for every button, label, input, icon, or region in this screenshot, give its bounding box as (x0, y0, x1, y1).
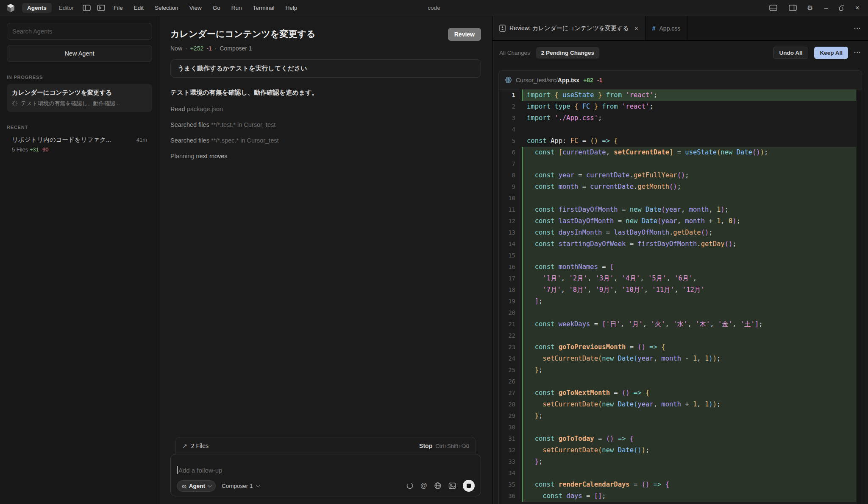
stop-generation-button[interactable] (463, 480, 475, 492)
minimize-button[interactable]: – (821, 4, 831, 12)
tabbar-more-icon[interactable]: ··· (854, 25, 861, 32)
code-line-10[interactable]: 10 (499, 193, 856, 204)
code-line-2[interactable]: 2import type { FC } from 'react'; (499, 101, 856, 112)
new-agent-button[interactable]: New Agent (7, 45, 152, 62)
preview-panel-icon[interactable] (95, 3, 106, 13)
menu-selection[interactable]: Selection (151, 3, 182, 13)
code-line-5[interactable]: 5const App: FC = () => { (499, 135, 856, 147)
user-message[interactable]: うまく動作するかテストを実行してください (170, 59, 481, 78)
code-line-12[interactable]: 12 const lastDayOfMonth = new Date(year,… (499, 216, 856, 227)
code-line-36[interactable]: 36 const days = []; (499, 490, 856, 502)
tab-appcss[interactable]: # App.css (645, 16, 688, 40)
gear-icon[interactable]: ⚙ (807, 4, 813, 12)
undo-all-button[interactable]: Undo All (773, 47, 808, 59)
code-text: const renderCalendarDays = () => { (523, 479, 856, 490)
code-line-34[interactable]: 34 (499, 468, 856, 479)
stop-control[interactable]: StopCtrl+Shift+⌫ (419, 442, 469, 450)
active-task-item[interactable]: カレンダーにコンテンツを変更する テスト環境の有無を確認し、動作確認... (7, 84, 152, 112)
code-line-22[interactable]: 22 (499, 330, 856, 342)
pending-changes-filter[interactable]: 2 Pending Changes (536, 47, 599, 59)
search-agents-input[interactable] (12, 28, 147, 35)
tool-call-search-spec[interactable]: Searched files **/*.spec.* in Cursor_tes… (170, 137, 481, 144)
line-number: 20 (499, 307, 522, 319)
menu-go[interactable]: Go (209, 3, 224, 13)
code-line-20[interactable]: 20 (499, 307, 856, 319)
code-line-35[interactable]: 35 const renderCalendarDays = () => { (499, 479, 856, 490)
code-line-9[interactable]: 9 const month = currentDate.getMonth(); (499, 181, 856, 193)
code-text: const App: FC = () => { (523, 135, 856, 147)
code-line-21[interactable]: 21 const weekDays = ['日', '月', '火', '水',… (499, 319, 856, 330)
chevron-down-icon (208, 483, 212, 487)
code-text (523, 422, 856, 433)
tab-agents[interactable]: Agents (22, 3, 52, 13)
code-line-18[interactable]: 18 '7月', '8月', '9月', '10月', '11月', '12月' (499, 284, 856, 296)
tool-call-read[interactable]: Read package.json (170, 106, 481, 112)
editor-scrollbar[interactable] (856, 90, 862, 504)
code-line-7[interactable]: 7 (499, 158, 856, 170)
line-number: 27 (499, 387, 522, 399)
panel-bottom-icon[interactable] (768, 3, 779, 13)
composer-input-box[interactable]: Add a follow-up ∞ Agent Composer 1 (170, 454, 481, 496)
files-count-label: 2 Files (191, 442, 209, 449)
line-number: 6 (499, 147, 522, 158)
all-changes-filter[interactable]: All Changes (499, 50, 530, 56)
model-dropdown[interactable]: Composer 1 (222, 483, 259, 489)
code-line-19[interactable]: 19 ]; (499, 296, 856, 307)
code-line-26[interactable]: 26 (499, 376, 856, 387)
code-line-32[interactable]: 32 setCurrentDate(new Date()); (499, 445, 856, 456)
code-line-16[interactable]: 16 const monthNames = [ (499, 261, 856, 273)
image-icon[interactable] (448, 482, 456, 490)
code-text: '7月', '8月', '9月', '10月', '11月', '12月' (523, 284, 856, 296)
close-button[interactable]: × (853, 4, 862, 12)
code-line-29[interactable]: 29 }; (499, 410, 856, 422)
tab-review[interactable]: Review: カレンダーにコンテンツを変更する × (492, 16, 645, 40)
tab-editor[interactable]: Editor (55, 3, 78, 13)
restore-button[interactable] (839, 6, 844, 11)
active-task-title: カレンダーにコンテンツを変更する (12, 89, 147, 97)
code-line-8[interactable]: 8 const year = currentDate.getFullYear()… (499, 170, 856, 181)
code-line-24[interactable]: 24 setCurrentDate(new Date(year, month -… (499, 353, 856, 364)
code-line-11[interactable]: 11 const firstDayOfMonth = new Date(year… (499, 204, 856, 216)
code-line-33[interactable]: 33 }; (499, 456, 856, 468)
line-number: 31 (499, 433, 522, 445)
code-line-15[interactable]: 15 (499, 250, 856, 261)
cursor-logo (6, 3, 15, 13)
code-editor[interactable]: 1import { useState } from 'react';2impor… (499, 90, 862, 504)
menu-help[interactable]: Help (281, 3, 301, 13)
code-text (523, 330, 856, 342)
code-line-28[interactable]: 28 setCurrentDate(new Date(year, month +… (499, 399, 856, 410)
menu-file[interactable]: File (110, 3, 127, 13)
panel-right-icon[interactable] (787, 3, 798, 13)
code-line-1[interactable]: 1import { useState } from 'react'; (499, 90, 856, 101)
globe-icon[interactable] (434, 482, 442, 490)
code-line-27[interactable]: 27 const goToNextMonth = () => { (499, 387, 856, 399)
menu-terminal[interactable]: Terminal (249, 3, 278, 13)
code-line-3[interactable]: 3import './App.css'; (499, 112, 856, 124)
code-line-30[interactable]: 30 (499, 422, 856, 433)
keep-all-button[interactable]: Keep All (814, 47, 848, 59)
code-line-6[interactable]: 6 const [currentDate, setCurrentDate] = … (499, 147, 856, 158)
changes-more-icon[interactable]: ··· (854, 49, 861, 56)
panel-left-icon[interactable] (81, 3, 92, 13)
code-line-23[interactable]: 23 const goToPreviousMonth = () => { (499, 342, 856, 353)
changed-files-bar[interactable]: ↗ 2 Files StopCtrl+Shift+⌫ (175, 437, 476, 454)
agent-mode-dropdown[interactable]: ∞ Agent (177, 480, 216, 492)
code-line-17[interactable]: 17 '1月', '2月', '3月', '4月', '5月', '6月', (499, 273, 856, 284)
code-text: }; (523, 364, 856, 376)
menu-edit[interactable]: Edit (130, 3, 147, 13)
line-number: 1 (499, 90, 522, 101)
code-line-4[interactable]: 4 (499, 124, 856, 135)
mention-icon[interactable]: @ (420, 482, 427, 490)
code-line-25[interactable]: 25 }; (499, 364, 856, 376)
code-line-13[interactable]: 13 const daysInMonth = lastDayOfMonth.ge… (499, 227, 856, 238)
recent-task-item[interactable]: リポジトリ内のコードをリファク... 41m 5 Files +31 -90 (7, 135, 152, 154)
menu-run[interactable]: Run (228, 3, 246, 13)
menu-view[interactable]: View (186, 3, 206, 13)
tab-close-icon[interactable]: × (634, 25, 638, 32)
code-line-14[interactable]: 14 const startingDayOfWeek = firstDayOfM… (499, 238, 856, 250)
code-line-31[interactable]: 31 const goToToday = () => { (499, 433, 856, 445)
line-number: 2 (499, 101, 522, 112)
tool-call-search-test[interactable]: Searched files **/*.test.* in Cursor_tes… (170, 121, 481, 128)
diff-file-header[interactable]: Cursor_test/src/App.tsx +82 -1 (499, 71, 862, 90)
review-button[interactable]: Review (448, 28, 481, 41)
